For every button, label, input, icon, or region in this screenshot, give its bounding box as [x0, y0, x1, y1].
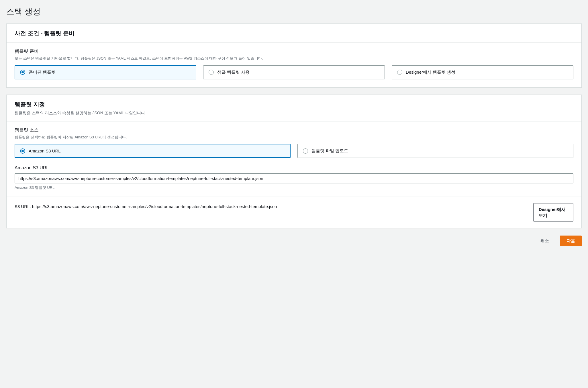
template-prep-label: 템플릿 준비	[15, 48, 573, 54]
radio-icon	[397, 70, 402, 75]
s3-url-summary-row: S3 URL: https://s3.amazonaws.com/aws-nep…	[7, 197, 581, 228]
view-in-designer-button[interactable]: Designer에서 보기	[533, 203, 573, 222]
radio-label: 준비된 템플릿	[29, 70, 56, 75]
radio-icon	[303, 148, 308, 154]
prerequisite-header: 사전 조건 - 템플릿 준비	[7, 24, 581, 43]
template-source-helper: 템플릿을 선택하면 템플릿이 저장될 Amazon S3 URL이 생성됩니다.	[15, 134, 573, 140]
prerequisite-heading: 사전 조건 - 템플릿 준비	[15, 30, 573, 37]
template-prep-options: 준비된 템플릿 샘플 템플릿 사용 Designer에서 템플릿 생성	[15, 65, 573, 79]
radio-icon	[20, 148, 25, 154]
s3-url-input[interactable]	[15, 173, 573, 183]
prerequisite-body: 템플릿 준비 모든 스택은 템플릿을 기반으로 합니다. 템플릿은 JSON 또…	[7, 43, 581, 87]
radio-ready-template[interactable]: 준비된 템플릿	[15, 65, 196, 79]
radio-s3-url[interactable]: Amazon S3 URL	[15, 144, 291, 158]
s3-url-label: Amazon S3 URL	[15, 165, 573, 171]
template-prep-helper: 모든 스택은 템플릿을 기반으로 합니다. 템플릿은 JSON 또는 YAML …	[15, 56, 573, 61]
template-spec-header: 템플릿 지정 템플릿은 스택의 리소스와 속성을 설명하는 JSON 또는 YA…	[7, 95, 581, 122]
footer-buttons: 취소 다음	[6, 232, 582, 246]
s3-url-display-label: S3 URL:	[15, 204, 32, 209]
next-button[interactable]: 다음	[560, 236, 582, 246]
template-spec-panel: 템플릿 지정 템플릿은 스택의 리소스와 속성을 설명하는 JSON 또는 YA…	[6, 95, 582, 228]
radio-upload-file[interactable]: 템플릿 파일 업로드	[297, 144, 573, 158]
template-spec-heading: 템플릿 지정	[15, 101, 573, 108]
radio-label: 샘플 템플릿 사용	[217, 70, 250, 75]
template-source-options: Amazon S3 URL 템플릿 파일 업로드	[15, 144, 573, 158]
template-spec-subtitle: 템플릿은 스택의 리소스와 속성을 설명하는 JSON 또는 YAML 파일입니…	[15, 110, 573, 116]
page-title: 스택 생성	[6, 6, 582, 17]
template-spec-body: 템플릿 소스 템플릿을 선택하면 템플릿이 저장될 Amazon S3 URL이…	[7, 122, 581, 197]
radio-icon	[209, 70, 214, 75]
s3-url-hint: Amazon S3 템플릿 URL	[15, 185, 573, 190]
prerequisite-panel: 사전 조건 - 템플릿 준비 템플릿 준비 모든 스택은 템플릿을 기반으로 합…	[6, 23, 582, 88]
cancel-button[interactable]: 취소	[534, 236, 555, 246]
radio-designer-template[interactable]: Designer에서 템플릿 생성	[392, 65, 573, 79]
radio-label: 템플릿 파일 업로드	[311, 148, 348, 154]
s3-url-display: S3 URL: https://s3.amazonaws.com/aws-nep…	[15, 203, 528, 210]
s3-url-display-value: https://s3.amazonaws.com/aws-neptune-cus…	[32, 204, 277, 209]
radio-label: Amazon S3 URL	[29, 148, 61, 153]
template-source-label: 템플릿 소스	[15, 127, 573, 133]
radio-icon	[20, 70, 25, 75]
radio-sample-template[interactable]: 샘플 템플릿 사용	[203, 65, 385, 79]
radio-label: Designer에서 템플릿 생성	[406, 70, 455, 75]
